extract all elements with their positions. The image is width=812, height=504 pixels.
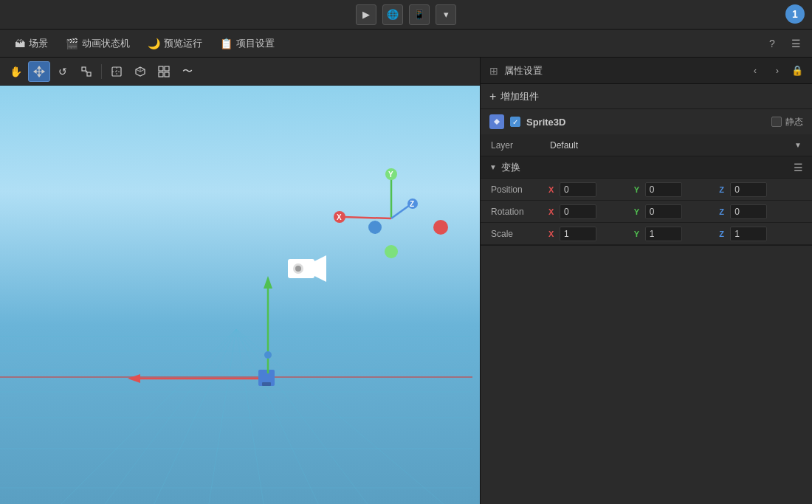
viewport-toolbar: ✋ ↺ [0, 58, 480, 86]
layer-label: Layer [491, 140, 550, 151]
transform-header: ▼ 变换 ☰ [481, 156, 812, 179]
svg-rect-11 [159, 72, 163, 77]
scale-row: Scale X Y Z [481, 223, 812, 245]
sprite3d-icon [489, 114, 504, 129]
scale-xyz: X Y Z [548, 227, 802, 241]
rotation-label: Rotation [491, 207, 544, 217]
scale-x-input[interactable] [560, 227, 596, 241]
svg-rect-0 [82, 67, 86, 71]
static-text: 静态 [785, 116, 803, 128]
menu-animation[interactable]: 🎬 动画状态机 [58, 34, 137, 53]
user-badge[interactable]: 1 [785, 4, 805, 24]
position-z-field: Z [719, 182, 802, 197]
scale-x-axis: X [548, 229, 557, 238]
position-x-axis: X [548, 185, 557, 194]
2d-tool[interactable] [106, 61, 128, 82]
scale-z-field: Z [719, 227, 802, 241]
scale-z-input[interactable] [730, 227, 767, 241]
svg-text:Y: Y [388, 170, 393, 179]
move-tool[interactable] [28, 61, 50, 82]
rotation-xyz: X Y Z [548, 204, 802, 219]
svg-rect-31 [262, 382, 271, 386]
position-y-axis: Y [634, 185, 643, 194]
rotation-y-field: Y [634, 204, 717, 219]
rotation-y-axis: Y [634, 207, 643, 216]
svg-line-7 [136, 69, 140, 72]
position-x-field: X [548, 182, 631, 197]
svg-line-44 [343, 217, 391, 218]
props-title: 属性设置 [504, 64, 543, 77]
transform-collapse[interactable]: ▼ [489, 163, 497, 171]
svg-line-22 [59, 329, 236, 504]
plus-icon: + [489, 90, 496, 103]
static-checkbox[interactable] [771, 117, 782, 127]
globe-button[interactable]: 🌐 [382, 4, 403, 25]
svg-line-8 [140, 69, 145, 72]
position-y-field: Y [634, 182, 717, 197]
position-xyz: X Y Z [548, 182, 802, 197]
mobile-button[interactable]: 📱 [409, 4, 430, 25]
second-bar: 🏔 场景 🎬 动画状态机 🌙 预览运行 📋 项目设置 ? ☰ [0, 30, 812, 58]
rotation-z-input[interactable] [730, 204, 767, 219]
menu-scene[interactable]: 🏔 场景 [7, 34, 55, 53]
position-label: Position [491, 184, 544, 195]
wave-tool[interactable]: 〜 [176, 61, 199, 82]
position-y-input[interactable] [645, 182, 682, 197]
svg-line-24 [199, 329, 236, 504]
svg-marker-36 [128, 374, 140, 383]
svg-marker-38 [314, 255, 326, 282]
nav-forward[interactable]: › [769, 63, 785, 79]
svg-line-23 [125, 329, 236, 504]
scale-y-field: Y [634, 227, 717, 241]
props-empty [481, 246, 812, 504]
layer-value-group[interactable]: Default ▼ [550, 140, 802, 151]
3d-cube-tool[interactable] [129, 61, 151, 82]
scale-x-field: X [548, 227, 631, 241]
rotation-z-axis: Z [719, 207, 728, 216]
scale-y-input[interactable] [645, 227, 682, 241]
position-z-input[interactable] [730, 182, 767, 197]
menu-project[interactable]: 📋 项目设置 [213, 34, 282, 53]
add-component-bar[interactable]: + 增加组件 [481, 84, 812, 109]
menu-preview[interactable]: 🌙 预览运行 [140, 34, 210, 53]
help-button[interactable]: ? [763, 35, 781, 52]
position-x-input[interactable] [560, 182, 596, 197]
dropdown-button[interactable]: ▾ [436, 4, 456, 25]
rotation-row: Rotation X Y Z [481, 201, 812, 223]
transform-menu[interactable]: ☰ [794, 162, 803, 173]
svg-point-50 [368, 221, 382, 234]
menu-button[interactable]: ☰ [787, 35, 805, 52]
svg-point-51 [385, 245, 398, 258]
rotate-tool[interactable]: ↺ [52, 61, 74, 82]
viewport[interactable]: ✋ ↺ [0, 58, 480, 504]
rotation-z-field: Z [719, 204, 802, 219]
transform2-tool[interactable] [153, 61, 175, 82]
scale-y-axis: Y [634, 229, 643, 238]
lock-icon[interactable]: 🔒 [791, 65, 803, 76]
position-z-axis: Z [719, 185, 728, 194]
props-icon: ⊞ [489, 65, 498, 77]
rotation-y-input[interactable] [645, 204, 682, 219]
nav-back[interactable]: ‹ [747, 63, 763, 79]
layer-row: Layer Default ▼ [481, 134, 812, 156]
svg-point-34 [264, 351, 272, 359]
props-header: ⊞ 属性设置 ‹ › 🔒 [481, 58, 812, 84]
main-content: ✋ ↺ [0, 58, 812, 504]
preview-icon: 🌙 [148, 38, 160, 49]
rotation-x-field: X [548, 204, 631, 219]
play-button[interactable]: ▶ [356, 4, 376, 25]
svg-line-28 [236, 329, 472, 504]
rotation-x-axis: X [548, 207, 557, 216]
hand-tool[interactable]: ✋ [4, 61, 27, 82]
svg-marker-33 [264, 276, 272, 289]
rotation-x-input[interactable] [560, 204, 596, 219]
svg-line-21 [0, 329, 236, 504]
position-row: Position X Y Z [481, 179, 812, 201]
project-label: 项目设置 [236, 37, 275, 50]
sprite3d-enabled-checkbox[interactable] [510, 117, 520, 127]
static-label-group: 静态 [771, 116, 803, 128]
menu-right: ? ☰ [763, 35, 805, 52]
scale-tool[interactable] [75, 61, 97, 82]
top-bar: ▶ 🌐 📱 ▾ 1 [0, 0, 812, 30]
animation-icon: 🎬 [66, 38, 78, 49]
